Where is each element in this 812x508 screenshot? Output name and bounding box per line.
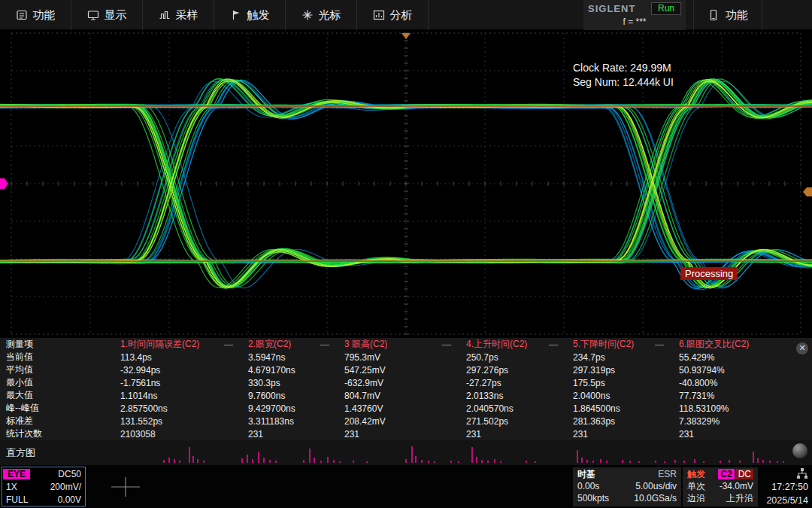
histogram-bar [586,460,587,463]
histogram-bar [694,459,695,463]
measurement-value: -632.9mV [338,378,460,388]
menu-item-function[interactable]: 功能 [0,0,71,30]
histogram-bar [309,449,310,463]
frequency-readout: f = *** [588,17,681,29]
measurement-column-header[interactable]: 6.眼图交叉比(C2) [673,338,812,351]
histogram-bar [333,460,334,463]
measurement-value: 113.4ps [114,352,242,363]
measurement-value: -40.800% [673,378,812,388]
waveform-area[interactable]: Clock Rate: 249.99M Seg Num: 12.444k UI … [0,30,812,337]
measurement-value: 271.502ps [460,416,567,427]
measurement-column-header[interactable]: 3 眼高(C2)— [338,338,460,351]
histogram-bar [450,461,451,463]
histogram-handle-icon[interactable] [792,443,807,458]
histogram-bar [655,461,656,463]
histogram-bar [487,461,488,463]
histogram-plot [0,440,812,465]
histogram-bar [769,461,770,463]
timebase-sample-rate: 10.0GSa/s [634,493,677,503]
measurement-value: 330.3ps [242,378,338,388]
measurement-value: 234.7ps [567,352,673,363]
histogram-bar [638,461,639,463]
timebase-memory: 500kpts [577,493,609,503]
measurement-value: 2.0133ns [460,391,567,401]
column-header-label: 4.上升时间(C2) [466,338,527,351]
timebase-scale: 5.00us/div [635,481,677,491]
measurement-row-label: 标准差 [0,415,114,427]
measurement-value: 1.43760V [338,403,460,414]
measurement-value: 3.311183ns [242,416,338,427]
measurement-row-label: 最小值 [0,376,114,389]
histogram-bar [168,458,169,463]
histogram-bar [320,461,321,463]
histogram-bar [629,461,630,463]
column-header-label: 5.下降时间(C2) [573,338,634,351]
timebase-mode: ESR [658,469,677,479]
histogram-bar [783,461,783,463]
measurement-column-header[interactable]: 5.下降时间(C2)— [567,338,673,351]
status-bar: EYE DC50 1X 200mV/ FULL 0.00V 时基 ESR 0.0… [0,465,812,508]
histogram-bar [622,460,623,463]
column-separator: — [549,339,558,350]
histogram-bar [757,458,758,463]
histogram-bar [421,460,422,463]
measurement-panel: 测量项1.时间间隔误差(C2)—2.眼宽(C2)—3 眼高(C2)—4.上升时间… [0,338,812,440]
histogram-bar [581,458,582,463]
measurement-row-label: 峰--峰值 [0,402,114,415]
close-icon[interactable]: ✕ [796,342,808,354]
measurement-value: 208.42mV [338,416,460,427]
menu-item-analysis[interactable]: 分析 [357,0,429,30]
lan-icon[interactable] [796,467,808,480]
histogram-bar [600,459,601,463]
measurement-value: 231 [567,429,673,440]
brand-block: SIGLENT Run f = *** [583,0,686,30]
histogram-bar [674,460,675,463]
histogram-bar [577,450,577,463]
menu-item-trigger[interactable]: 触发 [214,0,286,30]
measurement-row-label: 统计次数 [0,427,114,440]
menu-items: 功能显示采样触发光标分析 [0,0,812,30]
menu-item-label: 功能 [33,8,56,23]
trigger-box[interactable]: 触发 C2 DC 单次 -34.0mV 边沿 上升沿 [683,467,758,506]
measurement-table: 测量项1.时间间隔误差(C2)—2.眼宽(C2)—3 眼高(C2)—4.上升时间… [0,338,812,440]
histogram-bar [494,459,495,463]
menu-item-utility[interactable]: 功能 [693,0,762,30]
trigger-delay-marker[interactable] [401,33,411,39]
measurement-value: 77.731% [673,391,812,401]
menu-item-cursor[interactable]: 光标 [286,0,357,30]
menu-item-label: 触发 [247,8,270,23]
histogram-bar [411,446,412,463]
measurement-value: 118.53109% [673,403,812,414]
histogram-bar [174,459,174,463]
histogram-bar [241,458,242,463]
measurement-value: 297.319ps [567,365,673,376]
trigger-level-marker[interactable] [803,187,812,196]
menu-item-display[interactable]: 显示 [71,0,143,30]
menu-item-label: 显示 [105,8,127,23]
histogram-bar [592,461,593,463]
timebase-box[interactable]: 时基 ESR 0.00s 5.00us/div 500kpts 10.0GSa/… [573,467,681,506]
measurement-value: 231 [460,429,567,440]
histogram-bar [415,456,416,463]
measurement-value: 3.5947ns [242,352,338,363]
menu-item-label: 光标 [319,8,341,23]
histogram-bar [762,460,763,463]
oscilloscope-screen: 功能显示采样触发光标分析 SIGLENT Run f = *** 功能 Cloc… [0,0,812,508]
column-separator: — [320,339,329,350]
measurement-column-header[interactable]: 2.眼宽(C2)— [242,338,338,351]
channel-position-marker[interactable] [0,178,8,189]
measurement-column-header[interactable]: 1.时间间隔误差(C2)— [114,338,242,351]
histogram-bar [434,461,435,463]
measurement-column-header[interactable]: 4.上升时间(C2)— [460,338,567,351]
trigger-type: 边沿 [687,492,705,505]
run-status-button[interactable]: Run [651,2,681,15]
column-header-label: 2.眼宽(C2) [248,338,291,351]
histogram-bar [526,461,526,463]
trigger-title: 触发 [687,468,705,481]
channel-descriptor-box[interactable]: EYE DC50 1X 200mV/ FULL 0.00V [2,467,86,506]
menu-item-acquire[interactable]: 采样 [143,0,214,30]
measurement-row-label: 最大值 [0,389,114,402]
histogram-bar [163,460,164,463]
histogram-row: 直方图 [0,440,812,465]
histogram-bar [339,461,340,463]
